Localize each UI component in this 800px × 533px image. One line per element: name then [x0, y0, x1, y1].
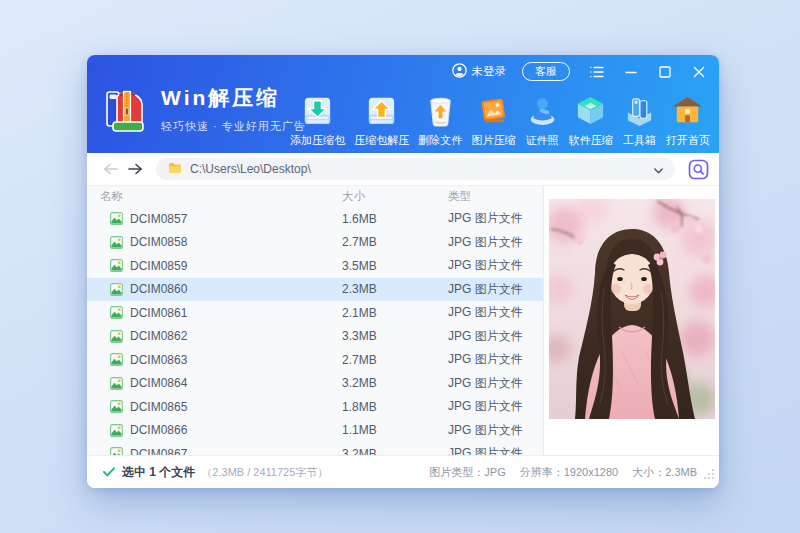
- home-icon: [670, 93, 705, 128]
- image-file-icon: [110, 377, 123, 390]
- check-icon: [103, 463, 115, 481]
- app-window: 未登录 客服: [87, 55, 719, 488]
- image-compress-icon: [476, 93, 511, 128]
- app-tagline: 轻巧快速 · 专业好用无广告: [161, 119, 306, 134]
- table-row[interactable]: DCIM0864 3.2MB JPG 图片文件: [87, 372, 543, 396]
- table-row[interactable]: DCIM0858 2.7MB JPG 图片文件: [87, 231, 543, 255]
- chevron-down-icon[interactable]: [654, 160, 663, 178]
- address-path: C:\Users\Leo\Desktop\: [190, 162, 646, 176]
- table-row[interactable]: DCIM0861 2.1MB JPG 图片文件: [87, 301, 543, 325]
- brand: Win解压缩 轻巧快速 · 专业好用无广告: [105, 86, 306, 138]
- toolbar-item-add-archive[interactable]: 添加压缩包: [290, 93, 345, 146]
- close-button[interactable]: [692, 65, 706, 79]
- resize-grip-icon[interactable]: [704, 465, 714, 483]
- image-file-icon: [110, 283, 123, 296]
- delete-files-icon: [423, 93, 458, 128]
- image-file-icon: [110, 424, 123, 437]
- table-row[interactable]: DCIM0863 2.7MB JPG 图片文件: [87, 348, 543, 372]
- extract-archive-icon: [364, 93, 399, 128]
- id-photo-icon: [525, 93, 560, 128]
- image-info-item: 大小：2.3MB: [632, 465, 697, 480]
- table-row[interactable]: DCIM0866 1.1MB JPG 图片文件: [87, 419, 543, 443]
- titlebar-controls: 未登录 客服: [452, 62, 707, 81]
- preview-image: [549, 199, 715, 419]
- image-info-item: 分辨率：1920x1280: [520, 465, 618, 480]
- back-button[interactable]: [99, 157, 123, 181]
- toolbar-item-home[interactable]: 打开首页: [666, 93, 710, 146]
- table-row[interactable]: DCIM0867 3.2MB JPG 图片文件: [87, 442, 543, 455]
- image-file-icon: [110, 447, 123, 455]
- app-logo-icon: [105, 86, 149, 138]
- table-row[interactable]: DCIM0859 3.5MB JPG 图片文件: [87, 254, 543, 278]
- menu-list-icon[interactable]: [590, 65, 604, 79]
- toolbar-item-image-compress[interactable]: 图片压缩: [471, 93, 515, 146]
- table-row[interactable]: DCIM0865 1.8MB JPG 图片文件: [87, 395, 543, 419]
- customer-service-button[interactable]: 客服: [522, 62, 570, 81]
- table-row[interactable]: DCIM0862 3.3MB JPG 图片文件: [87, 325, 543, 349]
- main-content: 名称 大小 类型 DCIM0857 1.6MB JPG 图片文件 DCIM085…: [87, 186, 719, 455]
- toolbar-item-software-compress[interactable]: 软件压缩: [569, 93, 613, 146]
- preview-pane: [543, 186, 719, 455]
- table-row[interactable]: DCIM0857 1.6MB JPG 图片文件: [87, 207, 543, 231]
- toolbar-item-toolbox[interactable]: 工具箱: [622, 93, 657, 146]
- toolbar-item-extract-archive[interactable]: 压缩包解压: [354, 93, 409, 146]
- selection-detail: （2.3MB / 2411725字节）: [201, 465, 328, 480]
- toolbar: 添加压缩包 压缩包解压 删除文件 图片压缩 证件照 软件压缩 工具箱 打开首页: [290, 88, 710, 146]
- forward-button[interactable]: [123, 157, 147, 181]
- image-file-icon: [110, 306, 123, 319]
- column-header-type[interactable]: 类型: [448, 189, 543, 204]
- toolbox-icon: [622, 93, 657, 128]
- avatar-icon: [452, 63, 467, 80]
- toolbar-item-delete-files[interactable]: 删除文件: [418, 93, 462, 146]
- image-file-icon: [110, 353, 123, 366]
- login-button[interactable]: 未登录: [452, 63, 507, 80]
- toolbar-item-id-photo[interactable]: 证件照: [525, 93, 560, 146]
- column-header-name[interactable]: 名称: [100, 189, 342, 204]
- image-file-icon: [110, 330, 123, 343]
- table-row[interactable]: DCIM0860 2.3MB JPG 图片文件: [87, 278, 543, 302]
- image-info: 图片类型：JPG分辨率：1920x1280大小：2.3MB: [429, 465, 697, 480]
- status-bar: 选中 1 个文件 （2.3MB / 2411725字节） 图片类型：JPG分辨率…: [87, 455, 719, 488]
- folder-icon: [168, 160, 182, 178]
- add-archive-icon: [300, 93, 335, 128]
- app-header: 未登录 客服: [87, 55, 719, 153]
- file-list-header: 名称 大小 类型: [87, 186, 543, 207]
- minimize-button[interactable]: [624, 65, 638, 79]
- app-title: Win解压缩: [161, 86, 306, 110]
- image-file-icon: [110, 212, 123, 225]
- image-file-icon: [110, 236, 123, 249]
- address-bar: C:\Users\Leo\Desktop\: [87, 153, 719, 186]
- image-file-icon: [110, 259, 123, 272]
- login-label: 未登录: [472, 64, 507, 79]
- software-compress-icon: [573, 93, 608, 128]
- selection-count: 选中 1 个文件: [122, 464, 195, 481]
- address-input[interactable]: C:\Users\Leo\Desktop\: [156, 158, 675, 180]
- maximize-button[interactable]: [658, 65, 672, 79]
- file-list: 名称 大小 类型 DCIM0857 1.6MB JPG 图片文件 DCIM085…: [87, 186, 543, 455]
- file-rows: DCIM0857 1.6MB JPG 图片文件 DCIM0858 2.7MB J…: [87, 207, 543, 455]
- image-file-icon: [110, 400, 123, 413]
- column-header-size[interactable]: 大小: [342, 189, 448, 204]
- search-button[interactable]: [686, 157, 710, 181]
- image-info-item: 图片类型：JPG: [429, 465, 505, 480]
